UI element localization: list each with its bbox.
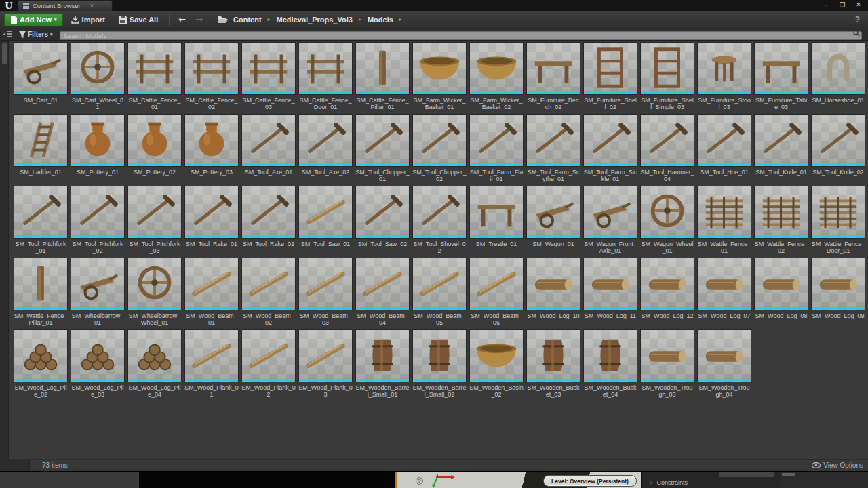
asset-tile[interactable]: SM_Wood_Log_11: [583, 258, 637, 327]
asset-thumbnail: [14, 42, 68, 95]
asset-tile[interactable]: SM_Wood_Plank_01: [184, 329, 239, 399]
nav-back-button[interactable]: ←: [175, 14, 189, 24]
asset-tile[interactable]: SM_Tool_Hammer_04: [640, 114, 694, 183]
asset-type-bar: [72, 307, 123, 309]
asset-tile[interactable]: SM_Tool_Chopper_02: [412, 114, 467, 183]
asset-tile[interactable]: SM_Wood_Beam_01: [184, 258, 239, 327]
nav-forward-button[interactable]: →: [192, 14, 206, 24]
asset-tile[interactable]: SM_Wooden_Barrel_Small_01: [355, 329, 410, 399]
breadcrumb-models[interactable]: Models: [366, 16, 395, 24]
asset-tile[interactable]: SM_Farm_Wicker_Basket_01: [412, 42, 467, 111]
asset-tile[interactable]: SM_Tool_Rake_02: [241, 186, 296, 255]
asset-tile[interactable]: SM_Furniture_Stool_03: [697, 42, 751, 111]
asset-tile[interactable]: SM_Wood_Beam_03: [298, 258, 353, 327]
asset-tile[interactable]: SM_Wood_Log_Pile_03: [71, 329, 125, 399]
asset-tile[interactable]: SM_Wooden_Bucket_03: [526, 329, 580, 399]
asset-tile[interactable]: SM_Wooden_Basin_02: [469, 329, 524, 399]
asset-tile[interactable]: SM_Pottery_01: [71, 114, 125, 183]
asset-tile[interactable]: SM_Wood_Log_07: [697, 258, 751, 327]
search-input[interactable]: [60, 31, 862, 40]
asset-tile[interactable]: SM_Tool_Knife_02: [811, 114, 865, 183]
asset-tile[interactable]: SM_Tool_Axe_01: [241, 114, 296, 183]
asset-tile[interactable]: SM_Tool_Pitchfork_01: [14, 186, 68, 255]
breadcrumb-content[interactable]: Content: [231, 16, 264, 24]
asset-tile[interactable]: SM_Tool_Pitchfork_02: [71, 186, 125, 255]
import-button[interactable]: Import: [66, 12, 111, 27]
window-maximize-button[interactable]: ❒: [834, 0, 850, 9]
asset-tile[interactable]: SM_Wooden_Barrel_Small_02: [412, 329, 467, 399]
asset-tile[interactable]: SM_Wheelbarrow_01: [71, 258, 125, 327]
asset-tile[interactable]: SM_Trestle_01: [469, 186, 524, 255]
asset-tile[interactable]: SM_Wood_Beam_04: [355, 258, 410, 327]
sources-panel-toggle-button[interactable]: [3, 30, 12, 38]
asset-tile[interactable]: SM_Wheelbarrow_Wheel_01: [127, 258, 182, 327]
asset-tile[interactable]: SM_Horseshoe_01: [811, 42, 865, 111]
asset-tile[interactable]: SM_Wooden_Trough_04: [697, 329, 751, 399]
asset-tile[interactable]: SM_Wood_Beam_06: [469, 258, 524, 327]
asset-tile[interactable]: SM_Wagon_Front_Axle_01: [583, 186, 637, 255]
asset-tile[interactable]: SM_Tool_Farm_Flail_01: [469, 114, 524, 183]
asset-tile[interactable]: SM_Tool_Axe_02: [298, 114, 353, 183]
asset-tile[interactable]: SM_Cattle_Fence_02: [184, 42, 239, 111]
breadcrumb-medieval-props-vol3[interactable]: Medieval_Props_Vol3: [275, 16, 355, 24]
asset-tile[interactable]: SM_Tool_Hoe_01: [697, 114, 751, 183]
asset-tile[interactable]: SM_Wood_Log_12: [640, 258, 694, 327]
asset-tile[interactable]: SM_Cattle_Fence_Pillar_01: [355, 42, 410, 111]
window-close-button[interactable]: ✕: [850, 0, 867, 9]
asset-tile[interactable]: SM_Tool_Shovel_02: [412, 186, 467, 255]
asset-tile[interactable]: SM_Furniture_Shelf_02: [583, 42, 637, 111]
sources-expand-handle[interactable]: [2, 43, 7, 64]
asset-tile[interactable]: SM_Wattle_Fence_01: [697, 186, 751, 255]
add-new-button[interactable]: Add New ▾: [4, 13, 63, 26]
help-icon[interactable]: ?: [855, 15, 860, 24]
asset-tile[interactable]: SM_Tool_Farm_Sickle_01: [583, 114, 637, 183]
view-options-button[interactable]: View Options: [812, 462, 863, 469]
asset-tile[interactable]: SM_Tool_Rake_01: [184, 186, 239, 255]
asset-tile[interactable]: SM_Furniture_Shelf_Simple_03: [640, 42, 694, 111]
asset-tile[interactable]: SM_Wood_Beam_02: [241, 258, 296, 327]
asset-tile[interactable]: SM_Tool_Chopper_01: [355, 114, 410, 183]
tab-close-icon[interactable]: ✕: [90, 3, 95, 9]
asset-tile[interactable]: SM_Cattle_Fence_Door_01: [298, 42, 353, 111]
asset-tile[interactable]: SM_Wood_Log_Pile_02: [14, 329, 68, 399]
asset-tile[interactable]: SM_Wood_Log_09: [811, 258, 865, 327]
asset-tile[interactable]: SM_Wagon_Wheel_01: [640, 186, 694, 255]
asset-tile[interactable]: SM_Tool_Saw_02: [355, 186, 410, 255]
scrollbar-thumb[interactable]: [782, 473, 795, 476]
asset-tile[interactable]: SM_Tool_Knife_01: [754, 114, 808, 183]
asset-tile[interactable]: SM_Wattle_Fence_02: [754, 186, 808, 255]
asset-tile[interactable]: SM_Tool_Farm_Scythe_01: [526, 114, 580, 183]
tab-content-browser[interactable]: Content Browser ✕: [18, 0, 113, 11]
asset-thumbnail: [754, 42, 808, 95]
asset-tile[interactable]: SM_Wood_Log_10: [526, 258, 580, 327]
asset-tile[interactable]: SM_Tool_Pitchfork_03: [127, 186, 182, 255]
asset-tile[interactable]: SM_Wood_Plank_03: [298, 329, 353, 399]
asset-tile[interactable]: SM_Wagon_01: [526, 186, 580, 255]
asset-tile[interactable]: SM_Wood_Log_08: [754, 258, 808, 327]
asset-tile[interactable]: SM_Ladder_01: [14, 114, 68, 183]
asset-tile[interactable]: SM_Cattle_Fence_03: [241, 42, 296, 111]
asset-tile[interactable]: SM_Wood_Plank_02: [241, 329, 296, 399]
level-selector-button[interactable]: Level: Overview (Persistent): [543, 475, 637, 487]
window-minimize-button[interactable]: –: [818, 0, 834, 9]
asset-type-bar: [72, 163, 123, 165]
asset-tile[interactable]: SM_Tool_Saw_01: [298, 186, 353, 255]
asset-tile[interactable]: SM_Wattle_Fence_Door_01: [811, 186, 865, 255]
save-all-button[interactable]: Save All: [113, 12, 163, 27]
asset-tile[interactable]: SM_Wattle_Fence_Pillar_01: [14, 258, 68, 327]
asset-tile[interactable]: SM_Cart_01: [14, 42, 68, 111]
asset-tile[interactable]: SM_Cattle_Fence_01: [127, 42, 182, 111]
filters-button[interactable]: Filters ▾: [16, 30, 56, 38]
asset-tile[interactable]: SM_Wooden_Bucket_04: [583, 329, 637, 399]
asset-tile[interactable]: SM_Pottery_02: [127, 114, 182, 183]
asset-tile[interactable]: SM_Furniture_Table_03: [754, 42, 808, 111]
asset-tile[interactable]: SM_Cart_Wheel_01: [71, 42, 125, 111]
asset-tile[interactable]: SM_Wood_Beam_05: [412, 258, 467, 327]
asset-tile[interactable]: SM_Pottery_03: [184, 114, 239, 183]
asset-tile[interactable]: SM_Farm_Wicker_Basket_02: [469, 42, 524, 111]
asset-tile[interactable]: SM_Furniture_Bench_02: [526, 42, 580, 111]
asset-tile[interactable]: SM_Wooden_Trough_03: [640, 329, 694, 399]
asset-tile[interactable]: SM_Wood_Log_Pile_04: [127, 329, 182, 399]
viewport-help-icon[interactable]: ?: [416, 477, 423, 485]
constraints-header[interactable]: ▷ Constraints: [650, 479, 780, 486]
